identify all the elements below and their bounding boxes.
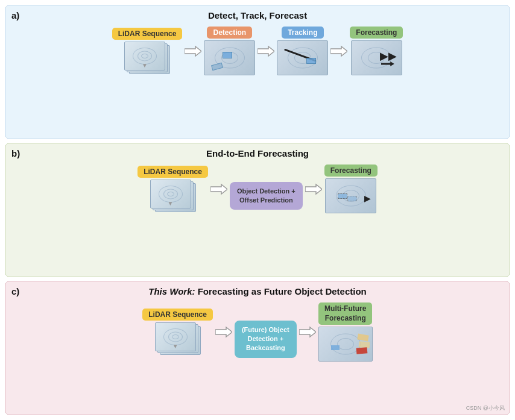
tracking-item: Tracking: [277, 27, 328, 75]
lidar-sequence-b: LiDAR Sequence ▼: [137, 166, 208, 213]
arrow-a-1: [185, 45, 201, 57]
detection-scene: [204, 40, 255, 75]
section-b: b) End-to-End Forecasting LiDAR Sequence: [5, 143, 510, 277]
forecasting-badge-a: Forecasting: [350, 27, 403, 39]
arrow-c-2: [299, 326, 316, 338]
lidar-badge-a: LiDAR Sequence: [112, 28, 183, 40]
process-c: (Future) ObjectDetection +Backcasting: [235, 307, 297, 358]
section-b-title: b) End-to-End Forecasting: [13, 148, 502, 158]
svg-marker-5: [215, 327, 232, 337]
svg-marker-2: [330, 46, 347, 56]
section-a: a) Detect, Track, Forecast LiDAR Sequenc…: [5, 5, 510, 139]
forecasting-scene-c: [318, 327, 373, 362]
section-c-title-rest: Forecasting as Future Object Detection: [198, 286, 367, 296]
watermark: CSDN @小今风: [466, 404, 505, 412]
detection-badge: Detection: [207, 27, 252, 39]
arrow-b-2: [305, 183, 322, 195]
section-c-title-italic: This Work:: [148, 286, 195, 296]
process-box-c: (Future) ObjectDetection +Backcasting: [235, 321, 297, 358]
lidar-stack-c: ▼: [154, 322, 202, 356]
section-c-label: c): [11, 286, 19, 296]
lidar-stack-b: ▼: [149, 180, 197, 213]
section-a-label: a): [11, 10, 19, 20]
arrow-c-1: [215, 326, 232, 338]
forecasting-badge-c: Multi-FutureForecasting: [318, 302, 372, 325]
svg-marker-4: [305, 184, 322, 194]
lidar-badge-c: LiDAR Sequence: [142, 309, 213, 321]
forecasting-badge-b: Forecasting: [324, 165, 378, 177]
tracking-badge: Tracking: [282, 27, 323, 39]
tracking-scene: [277, 40, 328, 75]
svg-marker-1: [258, 46, 274, 56]
forecasting-scene-b: ▶: [325, 178, 376, 213]
section-c-title: c) This Work: Forecasting as Future Obje…: [13, 286, 502, 296]
detection-item: Detection: [204, 27, 255, 75]
lidar-badge-b: LiDAR Sequence: [137, 166, 208, 178]
lidar-frame-1: ▼: [124, 42, 165, 71]
forecasting-item-a: Forecasting ▶▶: [350, 27, 403, 75]
lidar-frame-c1: ▼: [155, 322, 196, 351]
svg-marker-0: [185, 46, 201, 56]
forecasting-scene-a: ▶▶: [351, 40, 402, 75]
forecasting-item-c: Multi-FutureForecasting: [318, 302, 373, 362]
section-a-pipeline: LiDAR Sequence ▼: [13, 27, 502, 75]
section-b-pipeline: LiDAR Sequence ▼: [13, 165, 502, 213]
lidar-frame-b1: ▼: [150, 180, 191, 208]
forecasting-item-b: Forecasting ▶: [324, 165, 378, 213]
arrow-b-1: [210, 183, 227, 195]
lidar-stack-a: ▼: [123, 42, 171, 75]
section-c: c) This Work: Forecasting as Future Obje…: [5, 281, 510, 415]
section-c-pipeline: LiDAR Sequence ▼: [13, 302, 502, 362]
main-container: a) Detect, Track, Forecast LiDAR Sequenc…: [0, 0, 515, 420]
arrow-a-2: [258, 45, 274, 57]
svg-marker-3: [210, 184, 227, 194]
process-box-b: Object Detection +Offset Prediction: [230, 182, 303, 210]
arrow-a-3: [330, 45, 347, 57]
process-b: Object Detection +Offset Prediction: [230, 168, 303, 210]
section-b-label: b): [11, 148, 20, 158]
section-a-title: a) Detect, Track, Forecast: [13, 10, 502, 20]
svg-marker-6: [299, 327, 316, 337]
lidar-sequence-a: LiDAR Sequence ▼: [112, 28, 183, 75]
lidar-sequence-c: LiDAR Sequence ▼: [142, 309, 213, 356]
